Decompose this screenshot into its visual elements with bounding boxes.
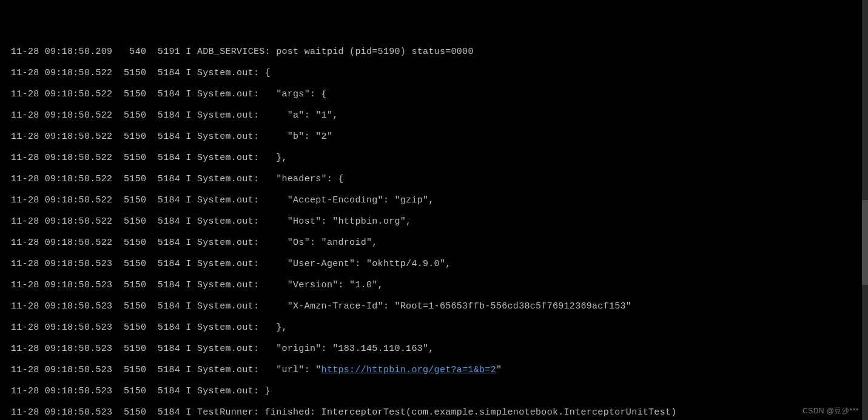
log-line: 11-28 09:18:50.522 5150 5184 I System.ou… <box>11 147 868 168</box>
scrollbar-thumb[interactable] <box>862 200 868 285</box>
url-link[interactable]: https://httpbin.org/get?a=1&b=2 <box>321 365 496 375</box>
log-line: 11-28 09:18:50.523 5150 5184 I System.ou… <box>11 381 868 402</box>
log-line: 11-28 09:18:50.522 5150 5184 I System.ou… <box>11 62 868 84</box>
log-line: 11-28 09:18:50.523 5150 5184 I System.ou… <box>11 296 868 317</box>
log-line: 11-28 09:18:50.522 5150 5184 I System.ou… <box>11 126 868 147</box>
log-line: 11-28 09:18:50.523 5150 5184 I System.ou… <box>11 317 868 338</box>
log-line: 11-28 09:18:50.522 5150 5184 I System.ou… <box>11 84 868 105</box>
log-line: 11-28 09:18:50.523 5150 5184 I System.ou… <box>11 359 868 381</box>
log-line: 11-28 09:18:50.522 5150 5184 I System.ou… <box>11 168 868 190</box>
watermark: CSDN @豆沙*** <box>802 406 859 416</box>
log-line: 11-28 09:18:50.523 5150 5184 I System.ou… <box>11 338 868 359</box>
log-line: 11-28 09:18:50.523 5150 5184 I System.ou… <box>11 253 868 275</box>
log-line: 11-28 09:18:50.522 5150 5184 I System.ou… <box>11 232 868 253</box>
log-line: 11-28 09:18:50.522 5150 5184 I System.ou… <box>11 211 868 232</box>
scrollbar-track[interactable] <box>862 0 868 420</box>
log-line: 11-28 09:18:50.522 5150 5184 I System.ou… <box>11 190 868 211</box>
log-line: 11-28 09:18:50.522 5150 5184 I System.ou… <box>11 105 868 126</box>
log-line: 11-28 09:18:50.523 5150 5184 I TestRunne… <box>11 402 868 420</box>
log-output[interactable]: 11-28 09:18:50.209 540 5191 I ADB_SERVIC… <box>0 41 868 420</box>
log-line: 11-28 09:18:50.523 5150 5184 I System.ou… <box>11 275 868 296</box>
log-line: 11-28 09:18:50.209 540 5191 I ADB_SERVIC… <box>11 41 868 62</box>
